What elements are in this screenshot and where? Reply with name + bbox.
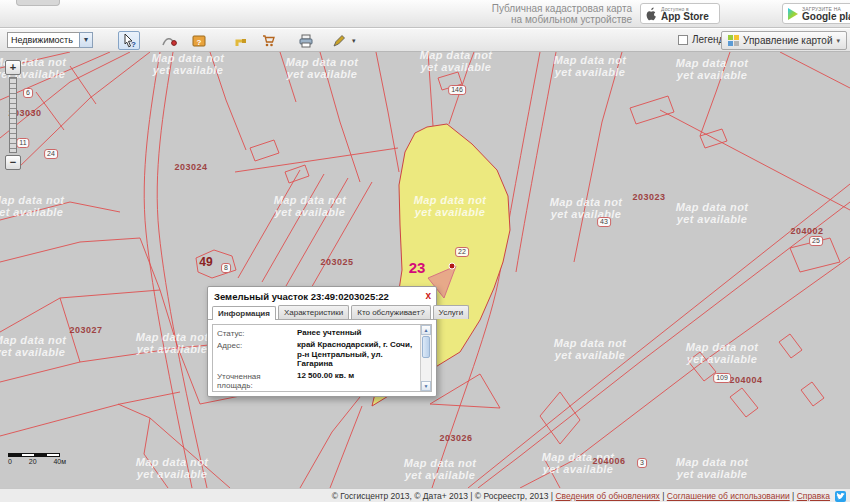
popup-tab-3[interactable]: Кто обслуживает? <box>351 305 430 319</box>
footer-link[interactable]: Сведения об обновлениях <box>555 491 659 501</box>
draw-icon <box>331 33 347 49</box>
googleplay-label: Google play <box>802 12 850 22</box>
parcel-marker-icon <box>449 263 455 269</box>
svg-text:?: ? <box>131 40 136 49</box>
appstore-label: App Store <box>661 12 709 22</box>
scale-tick: 20 <box>29 458 37 465</box>
footer-bar: © Госгисцентр 2013, © Дата+ 2013 | © Рос… <box>0 488 850 502</box>
measure-tool-button[interactable] <box>158 31 180 50</box>
chevron-down-icon[interactable]: ▾ <box>79 32 93 48</box>
draw-tool-button[interactable] <box>328 31 350 50</box>
print-tool-button[interactable] <box>295 31 317 50</box>
info-row: Статус:Ранее учтенный <box>217 328 418 338</box>
twitter-icon[interactable] <box>835 491 846 502</box>
identify-cursor-icon: ? <box>121 33 137 49</box>
scrollbar-thumb[interactable] <box>422 336 430 358</box>
print-icon <box>298 33 314 49</box>
header-bar: Публичная кадастровая карта на мобильном… <box>0 0 850 28</box>
googleplay-icon <box>788 8 798 20</box>
googleplay-badge[interactable]: ЗАГРУЗИТЕ НА Google play <box>782 3 850 24</box>
identify-tool-button[interactable]: ? <box>118 31 140 50</box>
search-category-select[interactable]: Недвижимость ▾ <box>7 32 93 48</box>
footer-link[interactable]: Соглашение об использовании <box>667 491 790 501</box>
scale-labels: 0 20 40м <box>8 458 66 465</box>
marker-icon <box>233 33 249 49</box>
category-value: Недвижимость <box>7 32 79 48</box>
popup-tab-1[interactable]: Информация <box>212 306 276 320</box>
map-control-button[interactable]: Управление картой ▾ <box>721 31 847 50</box>
object-info-tool-button[interactable]: ? <box>188 31 210 50</box>
popup-titlebar: Земельный участок 23:49:0203025:22 x <box>208 287 436 303</box>
popup-title: Земельный участок 23:49:0203025:22 <box>214 291 389 302</box>
map-control-label: Управление картой <box>743 35 832 46</box>
promo-line2: на мобильном устройстве <box>492 14 632 25</box>
app-window: Публичная кадастровая карта на мобильном… <box>0 0 850 502</box>
cart-tool-button[interactable] <box>258 31 280 50</box>
map-toolbar: Недвижимость ▾ ? ? <box>0 29 850 52</box>
info-row: Адрес:край Краснодарский, г. Сочи, р-н Ц… <box>217 340 418 369</box>
scroll-down-icon[interactable]: ▼ <box>421 381 431 391</box>
popup-rows: Статус:Ранее учтенныйАдрес:край Краснода… <box>213 325 420 391</box>
measure-icon <box>161 33 177 49</box>
cart-icon <box>261 33 277 49</box>
info-row-value: край Краснодарский, г. Сочи, р-н Централ… <box>297 340 418 369</box>
footer-text: © Госгисцентр 2013, © Дата+ 2013 | © Рос… <box>332 491 830 501</box>
footer-links: | Сведения об обновлениях | Соглашение о… <box>548 491 830 501</box>
marker-tool-button[interactable] <box>230 31 252 50</box>
popup-tab-2[interactable]: Характеристики <box>278 305 349 319</box>
scale-bar: 0 20 40м <box>8 453 66 465</box>
info-row-value: 12 500.00 кв. м <box>297 371 418 390</box>
copyright-text: © Госгисцентр 2013, © Дата+ 2013 | © Рос… <box>332 491 549 501</box>
draw-tool-caret-icon[interactable]: ▾ <box>352 37 356 45</box>
promo-line1: Публичная кадастровая карта <box>492 3 632 14</box>
svg-text:?: ? <box>197 37 202 46</box>
close-icon[interactable]: x <box>425 291 431 301</box>
info-row-value: Ранее учтенный <box>297 328 418 338</box>
popup-tab-4[interactable]: Услуги <box>433 305 470 319</box>
mobile-promo-text: Публичная кадастровая карта на мобильном… <box>492 3 632 25</box>
legend-checkbox[interactable] <box>678 35 688 45</box>
appstore-badge[interactable]: Доступно в App Store <box>640 3 720 24</box>
zoom-control: + − <box>5 60 23 170</box>
info-row: Уточненная площадь:12 500.00 кв. м <box>217 371 418 390</box>
popup-tabs: ИнформацияХарактеристикиКто обслуживает?… <box>208 303 436 320</box>
info-row-label: Уточненная площадь: <box>217 371 297 390</box>
popup-scrollbar[interactable]: ▲ ▼ <box>420 325 431 391</box>
info-row-label: Адрес: <box>217 340 297 369</box>
layers-grid-icon <box>728 35 739 46</box>
scale-tick: 40м <box>53 458 66 465</box>
parcel-lines-layer <box>0 52 850 488</box>
popup-body: Статус:Ранее учтенныйАдрес:край Краснода… <box>212 324 432 392</box>
scale-segments <box>8 453 60 457</box>
chevron-down-icon: ▾ <box>836 37 840 45</box>
info-row-label: Статус: <box>217 328 297 338</box>
zoom-in-button[interactable]: + <box>5 60 21 75</box>
apple-icon <box>646 7 657 21</box>
collapsed-panel-tab[interactable] <box>16 0 60 6</box>
object-info-icon: ? <box>191 33 207 49</box>
zoom-out-button[interactable]: − <box>5 155 21 170</box>
zoom-slider[interactable] <box>9 77 17 153</box>
footer-link[interactable]: Справка <box>797 491 830 501</box>
parcel-info-window: Земельный участок 23:49:0203025:22 x Инф… <box>207 286 437 397</box>
scale-tick: 0 <box>8 458 12 465</box>
cadastral-map[interactable] <box>0 52 850 488</box>
scroll-up-icon[interactable]: ▲ <box>421 325 431 335</box>
